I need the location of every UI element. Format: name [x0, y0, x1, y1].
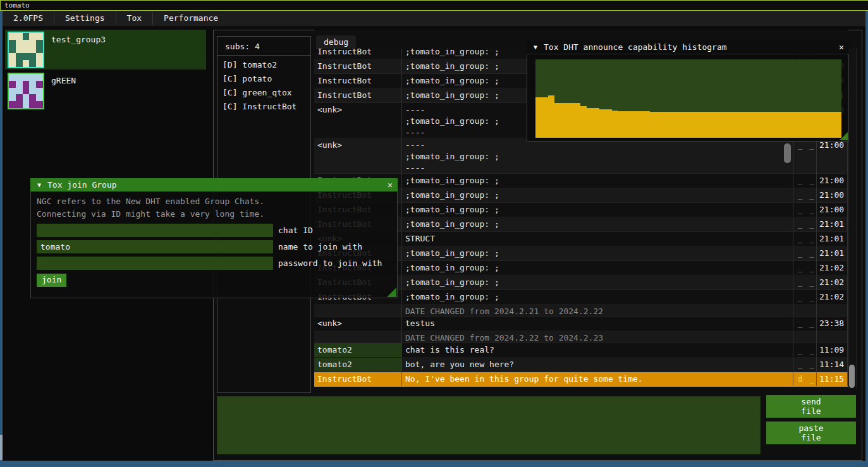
histogram-bar [676, 112, 682, 138]
avatar-pixel [16, 101, 23, 108]
message-status: _ _ [793, 343, 817, 357]
join-group-title-bar[interactable]: ▼ Tox join Group ✕ [30, 178, 398, 191]
histogram-bar [567, 103, 573, 138]
message-time: 11:15 [817, 372, 848, 386]
member-item[interactable]: [C] green_qtox [217, 86, 310, 100]
sender-name: tomato2 [314, 343, 402, 357]
close-icon[interactable]: ✕ [382, 178, 398, 191]
group-avatar [8, 32, 44, 68]
avatar-pixel [9, 47, 16, 54]
message-text: ;tomato_in_group: ; [402, 261, 793, 275]
message-text: ;tomato_in_group: ; [402, 217, 793, 231]
avatar-pixel [16, 33, 23, 40]
histogram-bar [822, 112, 829, 138]
avatar-pixel [29, 101, 36, 108]
paste-file-button[interactable]: paste file [766, 422, 856, 444]
message-time: 21:00 [817, 188, 848, 202]
histogram-bar [816, 112, 822, 138]
histogram-bar [587, 108, 593, 138]
histogram-bar [771, 112, 778, 138]
menu-item-tox[interactable]: Tox [116, 11, 152, 26]
message-text: ---- ;tomato_in_group: ; ---- [402, 138, 793, 173]
close-icon[interactable]: ✕ [834, 40, 849, 54]
message-status: _ _ [793, 246, 817, 260]
message-input[interactable] [217, 396, 761, 454]
message-area-scrollbar-thumb[interactable] [784, 143, 791, 163]
join-info-line: NGC refers to the New DHT enabled Group … [31, 195, 397, 208]
message-text: ;tomato_in_group: ; [402, 174, 793, 188]
chat-row: InstructBotNo, I've been in this group f… [314, 372, 848, 387]
group-name: gREEN [51, 76, 76, 85]
wm-left-grip[interactable] [0, 435, 3, 460]
histogram-bar [644, 111, 650, 138]
message-time: 21:00 [817, 138, 848, 173]
resize-grip-icon[interactable] [840, 132, 848, 140]
member-item[interactable]: [C] InstructBot [217, 100, 310, 114]
sender-name: tomato2 [314, 358, 402, 372]
resize-grip-icon[interactable] [387, 288, 396, 297]
chat-scrollbar-thumb[interactable] [849, 365, 855, 388]
message-text: testus [402, 317, 793, 331]
avatar-pixel [9, 101, 16, 108]
histogram-bar [542, 97, 548, 138]
avatar-pixel [23, 60, 30, 67]
message-time: 21:01 [817, 217, 848, 231]
histogram-bar [618, 111, 625, 138]
chat-scrollbar-track[interactable] [848, 49, 857, 388]
tab-debug[interactable]: debug [316, 35, 356, 49]
avatar-pixel [16, 88, 23, 95]
message-time: 21:02 [817, 290, 848, 304]
avatar-pixel [16, 40, 23, 47]
date-change-row: DATE CHANGED from 2024.2.22 to 2024.2.23 [314, 331, 848, 343]
avatar-pixel [36, 101, 43, 108]
avatar-pixel [36, 74, 43, 81]
menu-bar: 2.0FPSSettingsToxPerformance [3, 11, 865, 27]
avatar-pixel [29, 33, 36, 40]
histogram-title-bar[interactable]: ▼ Tox DHT announce capability histogram … [527, 40, 849, 54]
join-field: tomatoname to join with [37, 240, 397, 253]
collapse-arrow-icon[interactable]: ▼ [527, 40, 544, 54]
wm-border-right [865, 11, 868, 461]
wm-title-bar[interactable]: tomato [0, 0, 868, 11]
join-field-input-password-to-join-with[interactable] [37, 257, 273, 270]
menu-item-performance[interactable]: Performance [153, 11, 229, 26]
histogram-bar [593, 108, 599, 138]
collapse-arrow-icon[interactable]: ▼ [31, 178, 47, 191]
sender-name: InstructBot [314, 74, 402, 88]
menu-item-settings[interactable]: Settings [54, 11, 116, 26]
join-button[interactable]: join [37, 274, 66, 287]
histogram-plot [535, 59, 841, 138]
message-time: 11:14 [817, 358, 848, 372]
histogram-bar [612, 111, 618, 138]
avatar-pixel [29, 53, 36, 60]
message-status: _ _ [793, 290, 817, 304]
member-item[interactable]: [D] tomato2 [217, 58, 310, 72]
send-file-button[interactable]: send file [766, 395, 856, 418]
avatar-pixel [9, 53, 16, 60]
sidebar-group-test_group3[interactable]: test_group3 [5, 30, 206, 70]
message-text: bot, are you new here? [402, 358, 793, 372]
avatar-pixel [36, 88, 43, 95]
member-list: [D] tomato2[C] potato[C] green_qtox[C] I… [217, 56, 310, 114]
join-field-input-chat-id[interactable] [37, 224, 273, 237]
histogram-bar [599, 109, 606, 138]
member-item[interactable]: [C] potato [217, 72, 310, 86]
histogram-bar [695, 112, 701, 138]
join-field-input-name-to-join-with[interactable]: tomato [37, 240, 273, 253]
chat-row: <unk>---- ;tomato_in_group: ; ----_ _21:… [314, 138, 848, 174]
sender-name: InstructBot [314, 88, 402, 102]
sidebar-group-gREEN[interactable]: gREEN [5, 71, 206, 111]
wm-border-bottom [0, 461, 868, 467]
sender-name-cell [314, 305, 402, 316]
avatar-pixel [16, 74, 23, 81]
sender-name: InstructBot [314, 59, 402, 73]
message-time: 21:01 [817, 232, 848, 246]
message-time: 21:01 [817, 246, 848, 260]
message-text: STRUCT [402, 232, 793, 246]
avatar-pixel [29, 94, 36, 101]
avatar-pixel [9, 60, 16, 67]
histogram-bar [701, 112, 707, 138]
paste-file-label-2: file [766, 433, 856, 442]
menu-item-2-0fps[interactable]: 2.0FPS [3, 11, 54, 26]
message-status-cell [793, 305, 817, 316]
